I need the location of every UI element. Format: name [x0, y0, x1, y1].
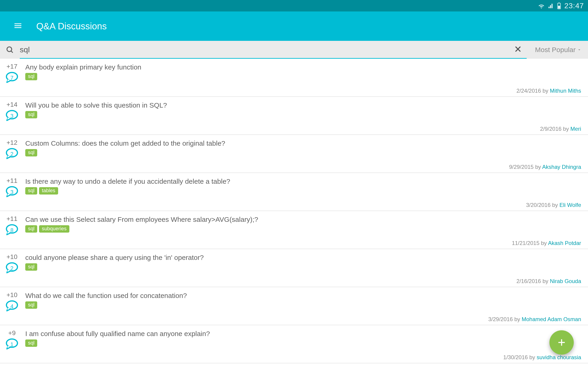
- vote-count: +11: [6, 177, 17, 184]
- discussion-title: Is there any way to undo a delete if you…: [25, 176, 581, 185]
- new-discussion-fab[interactable]: [549, 330, 574, 355]
- discussion-item[interactable]: +104What do we call the function used fo…: [0, 287, 588, 325]
- comment-count: 2: [6, 265, 18, 272]
- discussion-date: 2/16/2016: [516, 278, 541, 284]
- discussion-date: 1/30/2016: [503, 354, 528, 360]
- tag[interactable]: sql: [25, 111, 37, 118]
- battery-icon: [557, 2, 561, 9]
- discussion-author[interactable]: Meri: [570, 126, 581, 132]
- comments-icon: 2: [6, 262, 18, 274]
- tag[interactable]: sql: [25, 301, 37, 309]
- comment-count: 7: [6, 75, 18, 81]
- discussion-item[interactable]: +143Will you be able to solve this quest…: [0, 97, 588, 135]
- discussion-meta: 2/9/2016 by Meri: [3, 126, 581, 132]
- clear-search-icon[interactable]: [514, 45, 522, 54]
- discussion-author[interactable]: suvidha chourasia: [537, 354, 581, 360]
- discussion-author[interactable]: Mohamed Adam Osman: [522, 316, 581, 322]
- discussion-date: 9/29/2015: [509, 164, 534, 170]
- discussion-title: could anyone please share a query using …: [25, 252, 581, 261]
- comments-icon: 3: [6, 186, 18, 198]
- vote-count: +14: [6, 101, 17, 108]
- discussion-item[interactable]: +177Any body explain primary key functio…: [0, 59, 588, 97]
- discussion-meta: 1/30/2016 by suvidha chourasia: [3, 354, 581, 361]
- discussion-title: Custom Columns: does the colum get added…: [25, 138, 581, 147]
- discussion-item[interactable]: +122Custom Columns: does the colum get a…: [0, 135, 588, 173]
- tag[interactable]: tables: [39, 187, 58, 194]
- wifi-icon: [538, 2, 545, 9]
- comment-count: 2: [6, 151, 18, 157]
- sort-label: Most Popular: [535, 46, 576, 54]
- discussion-meta: 2/24/2016 by Mithun Miths: [3, 88, 581, 94]
- discussion-item[interactable]: +91I am confuse about fully qualified na…: [0, 325, 588, 363]
- tag[interactable]: sql: [25, 73, 37, 80]
- discussion-meta: 3/20/2016 by Eli Wolfe: [3, 202, 581, 208]
- discussion-item[interactable]: +102could anyone please share a query us…: [0, 249, 588, 287]
- svg-rect-2: [558, 6, 560, 8]
- by-label: by: [563, 126, 569, 132]
- hamburger-icon[interactable]: [13, 21, 23, 31]
- svg-point-3: [7, 47, 12, 52]
- tag[interactable]: sql: [25, 187, 37, 194]
- comments-icon: 3: [6, 110, 18, 122]
- discussion-date: 2/24/2016: [516, 88, 541, 94]
- discussion-item[interactable]: +91I know this is not a basic command bu…: [0, 363, 588, 367]
- comment-count: 1: [6, 341, 18, 348]
- discussion-title: I am confuse about fully qualified name …: [25, 328, 581, 338]
- by-label: by: [535, 164, 541, 170]
- discussion-author[interactable]: Akash Potdar: [548, 240, 581, 246]
- discussion-date: 3/20/2016: [526, 202, 551, 208]
- plus-icon: [556, 337, 567, 348]
- vote-count: +17: [6, 63, 17, 70]
- sort-dropdown[interactable]: Most Popular: [527, 46, 588, 54]
- discussion-item[interactable]: +118Can we use this Select salary From e…: [0, 211, 588, 249]
- discussion-meta: 11/21/2015 by Akash Potdar: [3, 240, 581, 246]
- comments-icon: 1: [6, 338, 18, 350]
- page-title: Q&A Discussions: [36, 21, 107, 31]
- comments-icon: 8: [6, 224, 18, 236]
- by-label: by: [541, 240, 547, 246]
- discussion-title: Any body explain primary key function: [25, 62, 581, 71]
- search-icon[interactable]: [0, 45, 20, 54]
- search-bar: Most Popular: [0, 41, 588, 59]
- vote-count: +10: [6, 291, 17, 299]
- vote-count: +10: [6, 253, 17, 261]
- by-label: by: [529, 354, 535, 360]
- discussion-author[interactable]: Eli Wolfe: [560, 202, 581, 208]
- status-time: 23:47: [564, 2, 584, 10]
- discussion-item[interactable]: +113Is there any way to undo a delete if…: [0, 173, 588, 211]
- by-label: by: [514, 316, 520, 322]
- search-input[interactable]: [20, 45, 527, 54]
- comments-icon: 7: [6, 72, 18, 84]
- discussion-date: 3/29/2016: [488, 316, 513, 322]
- discussion-date: 11/21/2015: [512, 240, 539, 246]
- vote-count: +11: [6, 215, 17, 223]
- svg-line-4: [11, 51, 13, 53]
- discussion-date: 2/9/2016: [540, 126, 561, 132]
- comments-icon: 4: [6, 300, 18, 312]
- discussion-meta: 2/16/2016 by Nirab Gouda: [3, 278, 581, 284]
- discussion-meta: 9/29/2015 by Akshay Dhingra: [3, 164, 581, 170]
- vote-count: +12: [6, 139, 17, 146]
- tag[interactable]: sql: [25, 149, 37, 156]
- tag[interactable]: subqueries: [39, 225, 69, 233]
- comment-count: 3: [6, 113, 18, 119]
- discussion-title: What do we call the function used for co…: [25, 290, 581, 300]
- discussion-author[interactable]: Nirab Gouda: [550, 278, 581, 284]
- svg-rect-1: [558, 2, 560, 3]
- tag[interactable]: sql: [25, 225, 37, 233]
- vote-count: +9: [8, 329, 16, 337]
- discussion-author[interactable]: Mithun Miths: [550, 88, 581, 94]
- chevron-down-icon: [577, 48, 582, 52]
- app-bar: Q&A Discussions: [0, 11, 588, 41]
- comment-count: 4: [6, 303, 18, 310]
- discussion-title: Can we use this Select salary From emplo…: [25, 214, 581, 223]
- discussion-title: Will you be able to solve this question …: [25, 100, 581, 109]
- tag[interactable]: sql: [25, 263, 37, 271]
- discussion-list: +177Any body explain primary key functio…: [0, 59, 588, 367]
- discussion-meta: 3/29/2016 by Mohamed Adam Osman: [3, 316, 581, 323]
- status-bar: 23:47: [0, 0, 588, 11]
- tag[interactable]: sql: [25, 340, 37, 347]
- by-label: by: [543, 88, 548, 94]
- comment-count: 3: [6, 189, 18, 195]
- discussion-author[interactable]: Akshay Dhingra: [542, 164, 581, 170]
